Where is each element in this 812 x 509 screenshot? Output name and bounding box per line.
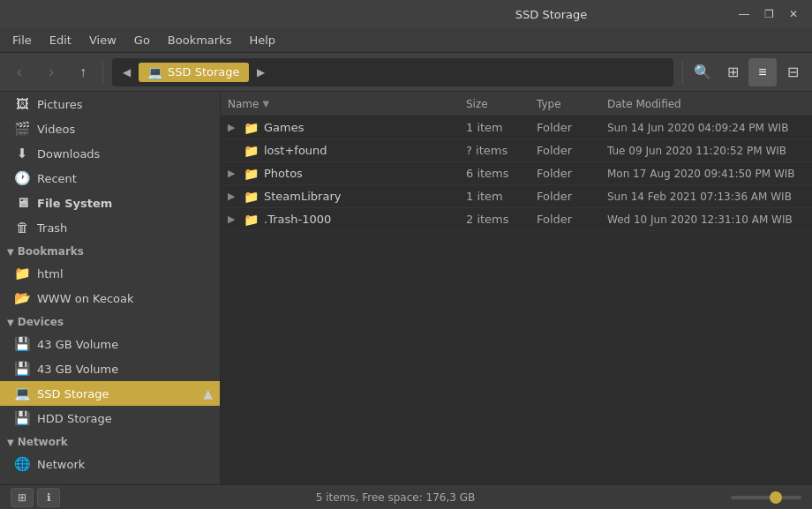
location-prev-button[interactable]: ◀: [116, 62, 137, 83]
maximize-button[interactable]: ❐: [757, 5, 780, 23]
filesystem-icon: 🖥: [14, 195, 30, 211]
folder-icon-trash1000: 📁: [244, 213, 259, 227]
sidebar-item-43gb-1-label: 43 GB Volume: [37, 338, 118, 351]
menubar: File Edit View Go Bookmarks Help: [0, 28, 812, 53]
toolbar-right: 🔍 ⊞ ≡ ⊟: [688, 58, 807, 86]
network-section-header[interactable]: ▼ Network: [0, 430, 220, 452]
col-header-date[interactable]: Date Modified: [600, 92, 812, 116]
devices-section-label: Devices: [18, 316, 64, 328]
sidebar-item-html[interactable]: 📁 html: [0, 261, 220, 286]
file-type-games: Folder: [530, 121, 600, 134]
table-row[interactable]: ▶ 📁 Games 1 item Folder Sun 14 Jun 2020 …: [221, 116, 812, 139]
sidebar-item-www[interactable]: 📂 WWW on Kecoak: [0, 286, 220, 311]
volume2-icon: 💾: [14, 361, 30, 377]
html-folder-icon: 📁: [14, 266, 30, 281]
breadcrumb-label: SSD Storage: [168, 65, 240, 79]
recent-icon: 🕐: [14, 170, 30, 186]
file-type-steam: Folder: [530, 190, 600, 203]
zoom-slider[interactable]: [731, 496, 801, 499]
sidebar-item-recent[interactable]: 🕐 Recent: [0, 166, 220, 191]
breadcrumb[interactable]: 💻 SSD Storage: [139, 63, 249, 82]
sidebar-item-filesystem[interactable]: 🖥 File System: [0, 191, 220, 215]
file-size-games: 1 item: [459, 121, 530, 134]
menu-go[interactable]: Go: [125, 30, 159, 50]
file-size-lostfound: ? items: [459, 144, 530, 157]
sidebar-item-43gb-2-label: 43 GB Volume: [37, 363, 118, 376]
www-icon: 📂: [14, 290, 30, 306]
ssd-icon: 💻: [14, 385, 30, 401]
location-next-button[interactable]: ▶: [251, 62, 272, 83]
compact-view-button[interactable]: ⊟: [778, 58, 807, 86]
table-row[interactable]: ▶ 📁 .Trash-1000 2 items Folder Wed 10 Ju…: [221, 208, 812, 231]
file-name-steamlibrary: ▶ 📁 SteamLibrary: [221, 190, 459, 204]
expand-arrow-games: ▶: [228, 122, 238, 133]
trash-icon: 🗑: [14, 220, 30, 236]
sidebar-item-43gb-1[interactable]: 💾 43 GB Volume: [0, 332, 220, 356]
grid-view-button[interactable]: ⊞: [718, 58, 747, 86]
sidebar-item-trash-label: Trash: [37, 221, 67, 235]
devices-section-header[interactable]: ▼ Devices: [0, 311, 220, 332]
zoom-control: [731, 496, 801, 499]
toolbar-separator-1: [102, 62, 103, 83]
file-type-photos: Folder: [530, 167, 600, 180]
window-controls: — ❐ ✕: [733, 5, 805, 23]
col-header-size[interactable]: Size: [459, 92, 530, 116]
menu-bookmarks[interactable]: Bookmarks: [159, 30, 241, 50]
file-size-trash1000: 2 items: [459, 213, 530, 226]
location-bar: ◀ 💻 SSD Storage ▶: [112, 58, 673, 86]
sidebar-item-html-label: html: [37, 267, 64, 281]
sidebar-item-videos[interactable]: 🎬 Videos: [0, 116, 220, 141]
table-row[interactable]: ▶ 📁 Photos 6 items Folder Mon 17 Aug 202…: [221, 162, 812, 185]
search-button[interactable]: 🔍: [688, 58, 717, 86]
sidebar-item-hdd[interactable]: 💾 HDD Storage: [0, 406, 220, 430]
network-icon: 🌐: [14, 456, 30, 472]
up-button[interactable]: ↑: [69, 58, 97, 86]
file-type-lostfound: Folder: [530, 144, 600, 157]
statusbar: ⊞ ℹ 5 items, Free space: 176,3 GB: [0, 484, 812, 509]
file-list: ▶ 📁 Games 1 item Folder Sun 14 Jun 2020 …: [221, 116, 812, 484]
file-name-games: ▶ 📁 Games: [221, 121, 459, 135]
menu-view[interactable]: View: [80, 30, 125, 50]
list-view-button[interactable]: ≡: [748, 58, 777, 86]
sidebar-item-pictures-label: Pictures: [37, 98, 82, 111]
toolbar-separator-2: [682, 62, 683, 83]
file-name-lostfound: 📁 lost+found: [221, 144, 459, 158]
sidebar-item-network[interactable]: 🌐 Network: [0, 452, 220, 476]
sidebar-item-trash[interactable]: 🗑 Trash: [0, 215, 220, 240]
back-button[interactable]: ‹: [5, 58, 34, 86]
forward-button[interactable]: ›: [37, 58, 65, 86]
col-header-type[interactable]: Type: [530, 92, 600, 116]
bookmarks-section-header[interactable]: ▼ Bookmarks: [0, 240, 220, 261]
file-header: Name ▼ Size Type Date Modified: [221, 92, 812, 116]
breadcrumb-icon: 💻: [147, 65, 162, 79]
menu-help[interactable]: Help: [240, 30, 284, 50]
folder-icon-lostfound: 📁: [244, 144, 259, 158]
sidebar-item-downloads[interactable]: ⬇ Downloads: [0, 141, 220, 166]
menu-file[interactable]: File: [4, 30, 41, 50]
minimize-button[interactable]: —: [733, 5, 756, 23]
videos-icon: 🎬: [14, 121, 30, 137]
devices-collapse-icon: ▼: [7, 318, 14, 327]
file-size-steam: 1 item: [459, 190, 530, 203]
pictures-icon: 🖼: [14, 96, 30, 112]
statusbar-text: 5 items, Free space: 176,3 GB: [316, 491, 475, 504]
sidebar-item-hdd-label: HDD Storage: [37, 412, 112, 425]
table-row[interactable]: 📁 lost+found ? items Folder Tue 09 Jun 2…: [221, 139, 812, 162]
sidebar-item-ssd[interactable]: 💻 SSD Storage ▲: [0, 381, 220, 406]
sidebar-item-pictures[interactable]: 🖼 Pictures: [0, 92, 220, 116]
expand-arrow-photos: ▶: [228, 168, 238, 179]
bookmarks-collapse-icon: ▼: [7, 247, 14, 257]
sidebar-item-43gb-2[interactable]: 💾 43 GB Volume: [0, 356, 220, 381]
sidebar: 🖼 Pictures 🎬 Videos ⬇ Downloads 🕐 Recent…: [0, 92, 221, 484]
toolbar: ‹ › ↑ ◀ 💻 SSD Storage ▶ 🔍 ⊞ ≡ ⊟: [0, 53, 812, 92]
close-button[interactable]: ✕: [782, 5, 805, 23]
eject-button[interactable]: ▲: [203, 386, 213, 400]
table-row[interactable]: ▶ 📁 SteamLibrary 1 item Folder Sun 14 Fe…: [221, 185, 812, 208]
file-date-photos: Mon 17 Aug 2020 09:41:50 PM WIB: [600, 168, 812, 180]
col-header-name[interactable]: Name ▼: [221, 92, 459, 116]
menu-edit[interactable]: Edit: [41, 30, 80, 50]
statusbar-toggle-button[interactable]: ⊞: [11, 488, 34, 507]
sidebar-item-filesystem-label: File System: [37, 197, 112, 210]
statusbar-info-button[interactable]: ℹ: [37, 488, 60, 507]
file-date-trash1000: Wed 10 Jun 2020 12:31:10 AM WIB: [600, 213, 812, 226]
